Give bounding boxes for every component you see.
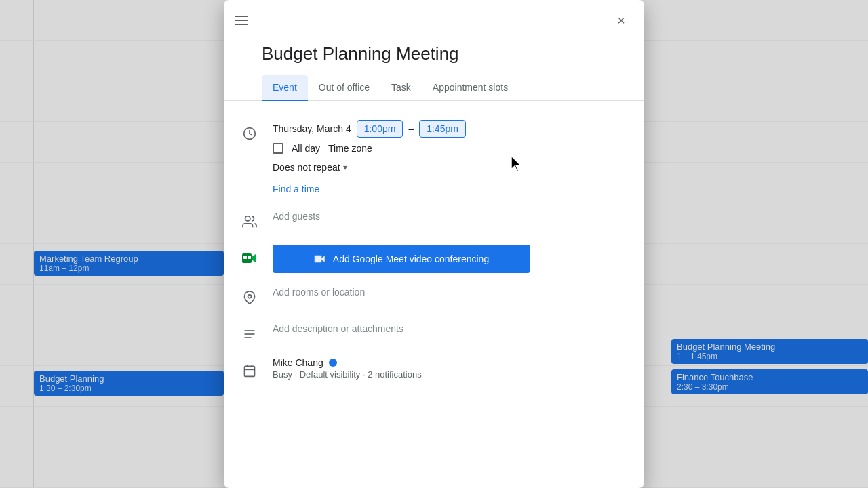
location-row: Add rooms or location	[224, 279, 644, 315]
start-time-button[interactable]: 1:00pm	[357, 120, 403, 138]
svg-rect-5	[248, 256, 251, 259]
meet-row: Add Google Meet video conferencing	[224, 239, 644, 279]
svg-rect-4	[243, 256, 247, 259]
timezone-link[interactable]: Time zone	[328, 143, 372, 154]
guests-row: Add guests	[224, 203, 644, 239]
meet-button-label: Add Google Meet video conferencing	[333, 253, 489, 264]
svg-rect-12	[245, 366, 255, 376]
tab-task[interactable]: Task	[380, 75, 422, 101]
datetime-content: Thursday, March 4 1:00pm – 1:45pm All da…	[273, 120, 631, 197]
allday-checkbox[interactable]	[273, 143, 283, 154]
modal-header: ×	[224, 0, 644, 33]
event-date: Thursday, March 4	[273, 123, 351, 134]
modal-content: Thursday, March 4 1:00pm – 1:45pm All da…	[224, 101, 644, 402]
description-icon	[237, 322, 262, 346]
event-title-display: Budget Planning Meeting	[224, 33, 644, 75]
owner-color-dot	[329, 359, 337, 367]
guests-content: Add guests	[273, 208, 631, 224]
allday-label: All day	[292, 143, 320, 154]
description-content: Add description or attachments	[273, 321, 631, 337]
add-meet-button[interactable]: Add Google Meet video conferencing	[273, 245, 530, 273]
people-icon	[237, 209, 262, 234]
svg-rect-6	[315, 256, 322, 263]
tab-out-of-office[interactable]: Out of office	[308, 75, 380, 101]
repeat-dropdown-arrow: ▾	[343, 163, 347, 172]
repeat-selector[interactable]: Does not repeat ▾	[273, 159, 631, 176]
allday-row: All day Time zone	[273, 143, 631, 154]
owner-name-text: Mike Chang	[273, 357, 323, 368]
end-time-button[interactable]: 1:45pm	[419, 120, 466, 138]
location-content: Add rooms or location	[273, 284, 631, 300]
location-input[interactable]: Add rooms or location	[273, 284, 631, 300]
meet-content: Add Google Meet video conferencing	[273, 245, 631, 273]
svg-marker-7	[321, 256, 325, 262]
meet-video-icon	[314, 253, 326, 265]
calendar-owner-content: Mike Chang Busy · Default visibility · 2…	[273, 357, 631, 380]
svg-marker-3	[252, 254, 256, 262]
time-separator: –	[408, 123, 414, 134]
time-selector-row: Thursday, March 4 1:00pm – 1:45pm	[273, 120, 631, 138]
repeat-label: Does not repeat	[273, 162, 340, 173]
calendar-owner-info: Mike Chang Busy · Default visibility · 2…	[273, 357, 631, 380]
find-time-link[interactable]: Find a time	[273, 181, 631, 197]
clock-icon	[237, 121, 262, 146]
hamburger-menu-icon[interactable]	[235, 16, 248, 25]
meet-icon	[237, 246, 262, 270]
calendar-icon	[237, 359, 262, 383]
description-row: Add description or attachments	[224, 315, 644, 352]
location-icon	[237, 285, 262, 310]
tab-appointment-slots[interactable]: Appointment slots	[422, 75, 519, 101]
owner-details-text: Busy · Default visibility · 2 notificati…	[273, 369, 631, 380]
description-input[interactable]: Add description or attachments	[273, 321, 631, 337]
calendar-owner-row: Mike Chang Busy · Default visibility · 2…	[224, 352, 644, 388]
svg-point-8	[248, 295, 252, 298]
close-button[interactable]: ×	[609, 8, 633, 33]
add-guests-input[interactable]: Add guests	[273, 208, 631, 224]
owner-name-row: Mike Chang	[273, 357, 631, 368]
svg-point-1	[245, 216, 250, 221]
datetime-row: Thursday, March 4 1:00pm – 1:45pm All da…	[224, 115, 644, 203]
tab-event[interactable]: Event	[262, 75, 308, 101]
event-creation-modal: × Budget Planning Meeting Event Out of o…	[224, 0, 644, 488]
event-type-tabs: Event Out of office Task Appointment slo…	[224, 75, 644, 101]
